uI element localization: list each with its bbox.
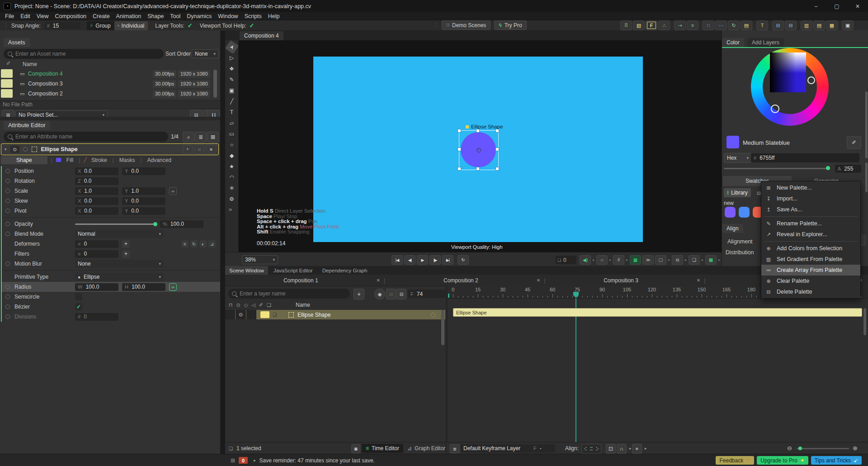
select-tool[interactable]: ➤ [225,40,239,54]
asset-color-swatch[interactable] [1,79,13,88]
lock-cell[interactable] [225,310,235,319]
value-field[interactable]: %100.0 [160,220,203,228]
value-field[interactable]: X0.0 [75,207,118,215]
keyframe-dot-icon[interactable] [5,199,10,203]
loop-playback-button[interactable]: ↻ [458,255,469,265]
menu-file[interactable]: File [2,13,17,19]
comp-tab-2[interactable]: Composition 2✕ [385,275,544,286]
hex-input[interactable]: #6755ff [751,153,859,162]
selection-handle[interactable] [458,129,461,133]
camera-tool[interactable]: ▣ [227,86,237,95]
menu-rename-palette[interactable]: ✎Rename Palette... [761,218,860,229]
clip-b-icon[interactable]: ⊟ [785,20,797,30]
tool-settings-gear[interactable]: ⚙ [227,194,237,204]
checkbox[interactable] [75,293,82,300]
magnet-snap-icon[interactable]: ∩ [617,444,627,454]
trim-path-icon[interactable]: ⋯ [715,20,727,30]
pane-divider[interactable] [446,286,448,442]
basic-shape-tool[interactable]: ✳ [227,183,237,193]
deformer-icon[interactable]: ≡ [181,240,189,247]
hue-selector[interactable] [771,105,779,113]
selection-handle[interactable] [458,167,461,171]
attribute-row-opacity[interactable]: Opacity%100.0 [2,219,220,229]
layer-header[interactable]: ▾ ⊙ Ellipse Shape ♀ ⁙ ✕ [1,143,219,155]
tips-and-tricks-button[interactable]: Tips and Tricks ➹ [811,456,862,465]
menu-view[interactable]: View [33,13,52,19]
keyframe-dot-icon[interactable] [5,285,10,289]
keyframe-dot-icon[interactable] [5,169,10,173]
arc-tool[interactable]: ◠ [227,172,237,182]
sv-selector[interactable] [807,76,815,84]
menu-edit[interactable]: Edit [17,13,33,19]
tab-dependency-graph[interactable]: Dependency Graph [318,266,372,275]
attribute-row-deformers[interactable]: Deformers≡0+≡↻◐⊿ [2,239,220,249]
caret-icon[interactable]: ▸ [629,446,632,451]
ellipse-tool[interactable]: ○ [227,140,237,150]
selection-handle[interactable] [476,129,480,133]
attribute-editor-tab[interactable]: Attribute Editor [4,121,50,130]
toolbar-drag-handle[interactable]: ⋮ [4,23,9,29]
source-tab-library[interactable]: ‖Library [724,188,751,197]
maximize-button[interactable]: ▢ [826,0,847,12]
add-layer-button[interactable]: + [354,289,364,300]
current-color-swatch[interactable] [726,136,739,148]
caret-icon[interactable]: ▸ [609,258,611,262]
alpha-slider[interactable] [724,168,828,169]
menu-clear-palette[interactable]: ⊗Clear Palette [761,276,860,286]
deformer-icon[interactable]: ◐ [199,240,207,247]
tag-icon[interactable]: ❏ [267,302,271,308]
tab-advanced[interactable]: Advanced [146,156,173,164]
picker-icon[interactable]: ✐ [6,61,10,67]
duplicator-icon[interactable]: ⠿ [620,20,632,30]
tab-shape[interactable]: Shape [1,156,47,164]
text-tool[interactable]: T [227,107,237,117]
filter-options-icon[interactable]: ⊟ [396,289,406,300]
count-field[interactable]: ≡0 [75,250,118,258]
text-animator-icon[interactable]: T [756,20,768,30]
try-pro-button[interactable]: ϟ Try Pro [494,20,526,30]
attribute-row-primitive-type[interactable]: Primitive Type●Ellipse▾ [2,272,220,282]
selection-handle[interactable] [495,129,499,133]
selection-handle[interactable] [495,147,499,151]
keyframe-snap-icon[interactable]: ⌖ [632,444,642,454]
slider-handle[interactable] [153,222,157,226]
color-mode-select[interactable]: Hex▾ [724,153,752,163]
value-field[interactable]: Y0.0 [122,207,165,215]
sort-order-select[interactable]: None▾ [192,49,219,58]
comp-tab-3[interactable]: Composition 3✕ [545,275,704,286]
color-tab[interactable]: Color [722,38,744,47]
menu-new-palette[interactable]: ⊞New Palette... [761,182,860,193]
keyframe-dot-icon[interactable] [5,304,10,309]
eyedropper-icon[interactable]: ✐ [847,136,861,149]
demo-scenes-button[interactable]: ∷ Demo Scenes [442,20,491,30]
attribute-row-semicircle[interactable]: Semicircle [2,292,220,302]
count-field[interactable]: #0 [75,313,118,321]
render-camera-icon[interactable]: ▣ [842,20,854,30]
star-tool[interactable]: ★ [227,162,237,171]
asset-search-input[interactable]: Enter an Asset name [4,49,164,59]
asset-row[interactable]: ▭Composition 230.00fps1920 x 1080 [0,89,220,99]
value-field[interactable]: W100.0 [75,283,118,291]
keyframe-dot-icon[interactable] [5,262,10,266]
slice-tool[interactable]: ✎ [227,75,237,85]
keyframe-dot-icon[interactable] [5,209,10,213]
error-count-badge[interactable]: 0 [239,457,248,464]
transparency-icon[interactable]: ▩ [705,255,717,265]
feedback-button[interactable]: Feedback ✎ [716,456,754,465]
isolate-icon[interactable]: ◉ [374,289,385,300]
menu-create-array[interactable]: ≔Create Array From Palette [761,265,860,276]
menu-reveal-explorer[interactable]: ↗Reveal in Explorer... [761,229,860,240]
asset-row[interactable]: ▭Composition 330.00fps1920 x 1080 [0,79,220,89]
toolbar-drag-handle[interactable]: ⋮ [433,22,438,28]
picker-icon[interactable]: ✐ [259,302,263,308]
align-left-icon[interactable]: ⠪ [584,447,587,452]
frame-bounds-icon[interactable]: ▢ [655,255,666,265]
timeline-scrollbar[interactable] [863,308,866,335]
caret-icon[interactable]: ▸ [626,258,628,262]
link-values-icon[interactable]: ∞ [169,187,177,195]
rectangle-tool[interactable]: ▭ [227,129,237,139]
bbox-align-icon[interactable]: ⊡ [606,444,616,454]
attribute-row-motion-blur[interactable]: Motion BlurNone▾ [2,259,220,269]
attribute-row-position[interactable]: PositionX0.0Y0.0 [2,166,220,176]
keyframe-dot-icon[interactable] [5,232,10,236]
